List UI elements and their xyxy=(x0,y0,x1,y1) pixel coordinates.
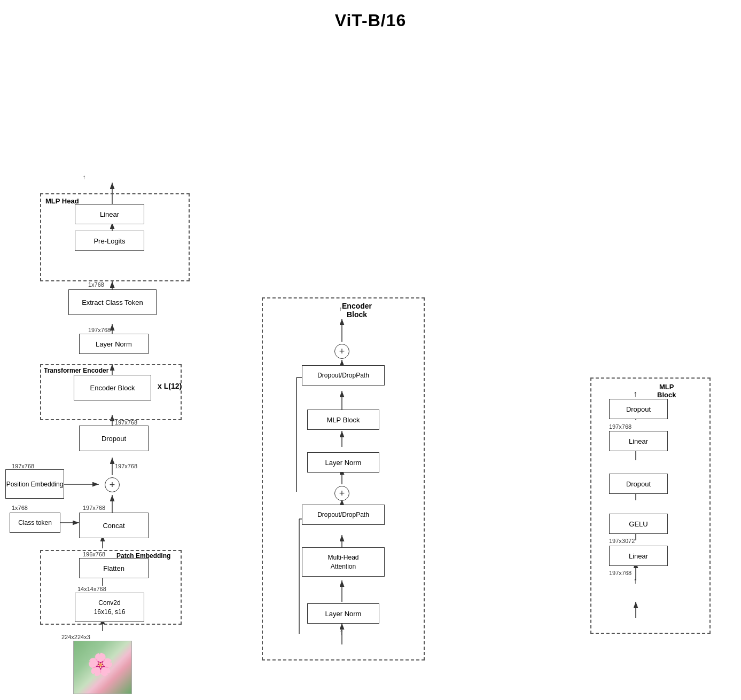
plus-circle-main: + xyxy=(105,477,120,492)
dim-1x768-label: 1x768 xyxy=(88,281,104,288)
linear2-mlp-box: Linear xyxy=(609,431,668,451)
flatten-box: Flatten xyxy=(79,558,149,578)
linear1-mlp-box: Linear xyxy=(609,546,668,566)
layer-norm2-enc-box: Layer Norm xyxy=(307,452,379,473)
dim-196x768-label: 196x768 xyxy=(83,551,105,557)
dropout-droppath1-box: Dropout/DropPath xyxy=(302,505,385,525)
concat-box: Concat xyxy=(79,513,149,538)
mlp-head-label: MLP Head xyxy=(45,197,79,205)
mha-box: Multi-HeadAttention xyxy=(302,547,385,577)
class-token-box: Class token xyxy=(10,513,60,533)
x-l12-label: x L(12) xyxy=(158,382,182,390)
dim-197x768-pos-label: 197x768 xyxy=(12,463,34,469)
mlp-dim-197x768-b-label: 197x768 xyxy=(609,570,631,576)
dim-197x768-b-label: 197x768 xyxy=(115,419,137,426)
gelu-box: GELU xyxy=(609,514,668,534)
dropout-box: Dropout xyxy=(79,426,149,451)
mlp-block-title: MLPBlock xyxy=(657,383,676,399)
mlp-input-arrow: ↑ xyxy=(633,576,637,586)
mlp-dim-197x768-a-label: 197x768 xyxy=(609,423,631,430)
output-arrow-label: ↑ xyxy=(83,174,86,180)
mlp-dim-197x3072-label: 197x3072 xyxy=(609,538,635,544)
dim-197x768-c-label: 197x768 xyxy=(115,463,137,469)
mlp-block-enc-box: MLP Block xyxy=(307,410,379,430)
plus-circle-enc1: + xyxy=(334,486,349,501)
dim-1x768-b-label: 1x768 xyxy=(12,505,28,511)
dim-197x768-a-label: 197x768 xyxy=(88,327,111,333)
mlp-out-arrow: ↑ xyxy=(633,389,637,399)
encoder-block-title: EncoderBlock xyxy=(342,302,372,319)
transformer-encoder-label: Transformer Encoder xyxy=(44,367,108,374)
dim-14x14x768-label: 14x14x768 xyxy=(77,586,106,592)
linear-box: Linear xyxy=(75,204,144,224)
position-embedding-box: Position Embedding xyxy=(5,469,64,499)
layer-norm-box: Layer Norm xyxy=(79,334,149,354)
dim-224x224x3-label: 224x224x3 xyxy=(61,634,90,640)
plus-circle-enc2: + xyxy=(334,344,349,359)
conv2d-box: Conv2d 16x16, s16 xyxy=(75,593,144,622)
encoder-out-arrow: ↑ xyxy=(339,305,342,312)
pre-logits-box: Pre-Logits xyxy=(75,231,144,251)
dropout2-mlp-box: Dropout xyxy=(609,399,668,419)
page-title: ViT-B/16 xyxy=(0,0,741,30)
flower-image xyxy=(73,641,132,694)
extract-class-token-box: Extract Class Token xyxy=(68,289,157,315)
layer-norm1-enc-box: Layer Norm xyxy=(307,603,379,624)
dropout-droppath2-box: Dropout/DropPath xyxy=(302,365,385,386)
encoder-block-box: Encoder Block xyxy=(74,375,151,400)
dim-197x768-concat-label: 197x768 xyxy=(83,505,105,511)
enc-input-arrow: ↑ xyxy=(339,627,344,637)
dropout1-mlp-box: Dropout xyxy=(609,474,668,494)
